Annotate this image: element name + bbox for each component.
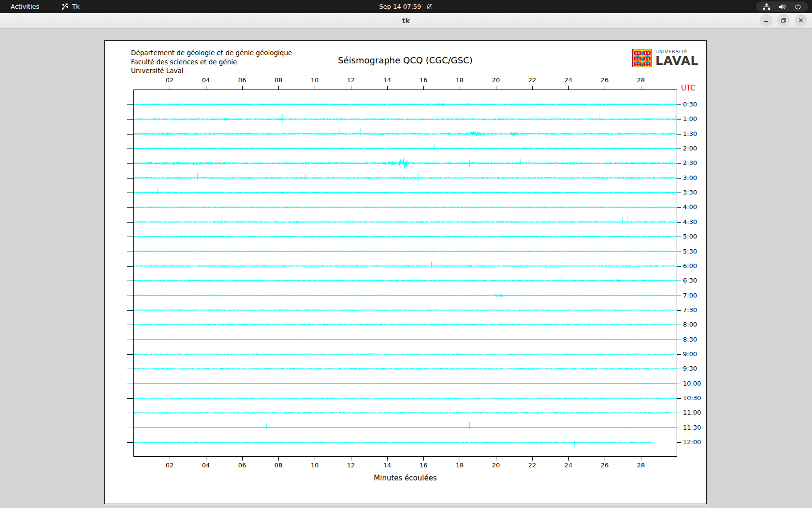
notifications-muted-icon[interactable] [426,3,433,10]
row-tick-left [127,413,133,413]
network-icon [763,3,770,10]
row-tick-left [127,237,133,237]
row-tick-right [677,398,681,399]
utc-time-label: 7:30 [683,306,697,314]
utc-time-label: 7:00 [683,292,697,299]
utc-time-label: 5:30 [683,248,697,255]
x-tick-bottom [387,457,388,461]
row-tick-right [677,296,681,296]
row-tick-right [677,178,681,179]
utc-time-label: 1:00 [683,115,697,122]
row-tick-right [677,281,681,281]
x-tick-label-bottom: 04 [199,462,213,469]
x-tick-label-top: 14 [380,76,394,84]
utc-time-label: 6:00 [683,262,697,269]
x-tick-bottom [641,457,641,461]
x-tick-top [206,86,206,90]
x-tick-label-bottom: 26 [597,462,612,469]
x-tick-top [351,86,351,90]
utc-time-label: 6:30 [683,277,697,284]
utc-time-label: 10:30 [683,394,701,402]
x-tick-label-bottom: 10 [307,462,322,469]
x-tick-bottom [532,457,533,461]
row-tick-left [127,252,133,252]
row-tick-left [127,266,133,267]
x-tick-top [387,86,388,90]
row-tick-right [677,340,681,340]
row-tick-right [677,428,681,428]
row-tick-left [127,193,133,193]
activities-button[interactable]: Activities [8,3,42,10]
row-tick-right [677,384,681,384]
row-tick-left [127,163,133,164]
x-tick-label-top: 08 [271,76,286,84]
x-tick-bottom [278,457,279,461]
row-tick-right [677,119,681,120]
x-tick-top [641,86,641,90]
row-tick-left [127,310,133,311]
row-tick-left [127,105,133,105]
x-axis-title: Minutes écoulées [133,474,677,482]
row-tick-left [127,296,133,296]
x-tick-label-top: 26 [597,76,612,84]
x-tick-label-top: 10 [307,76,322,84]
utc-time-label: 11:00 [683,409,701,416]
utc-time-label: 5:00 [683,233,697,240]
window-title: tk [402,17,410,25]
tk-app-icon [61,3,69,10]
x-tick-bottom [170,457,170,461]
row-tick-right [677,149,681,149]
x-tick-label-bottom: 16 [416,462,431,469]
x-tick-label-top: 04 [199,76,213,84]
row-tick-left [127,178,133,179]
plot-title: Séismographe QCQ (CGC/GSC) [133,55,677,65]
x-tick-label-top: 24 [561,76,576,84]
row-tick-right [677,442,681,443]
utc-time-label: 8:00 [683,321,697,328]
utc-time-label: 2:30 [683,159,697,166]
x-tick-label-bottom: 18 [452,462,467,469]
row-tick-left [127,281,133,281]
app-menu[interactable]: Tk [61,3,79,10]
row-tick-right [677,354,681,355]
row-tick-right [677,369,681,369]
window-titlebar[interactable]: tk [0,13,812,29]
x-tick-label-bottom: 14 [380,462,394,469]
utc-time-label: 9:00 [683,350,697,358]
x-tick-top [278,86,279,90]
utc-time-label: 1:30 [683,130,697,137]
utc-time-label: 4:00 [683,203,697,210]
x-tick-label-top: 02 [162,76,177,84]
row-tick-left [127,354,133,355]
x-tick-label-bottom: 28 [634,462,648,469]
minimize-button[interactable] [760,14,772,27]
row-tick-right [677,105,681,105]
x-tick-top [170,86,170,90]
row-tick-left [127,134,133,134]
gnome-top-bar: Activities Tk Sep 14 07:59 [0,0,812,13]
x-tick-bottom [315,457,315,461]
row-tick-left [127,119,133,120]
x-tick-label-bottom: 20 [489,462,503,469]
x-tick-label-top: 12 [344,76,358,84]
x-tick-label-bottom: 22 [525,462,539,469]
x-tick-label-top: 22 [525,76,539,84]
utc-time-label: 3:30 [683,189,697,196]
row-tick-right [677,237,681,237]
clock[interactable]: Sep 14 07:59 [379,3,421,10]
close-button[interactable] [795,14,807,27]
x-tick-top [423,86,424,90]
row-tick-right [677,310,681,311]
row-tick-left [127,325,133,325]
maximize-button[interactable] [777,14,790,27]
x-tick-label-top: 16 [416,76,431,84]
x-tick-top [496,86,496,90]
row-tick-right [677,266,681,267]
x-tick-label-bottom: 24 [561,462,576,469]
x-tick-bottom [496,457,496,461]
x-tick-bottom [351,457,351,461]
x-tick-top [460,86,460,90]
x-tick-label-top: 18 [452,76,467,84]
system-tray[interactable] [756,1,808,12]
row-tick-left [127,149,133,149]
